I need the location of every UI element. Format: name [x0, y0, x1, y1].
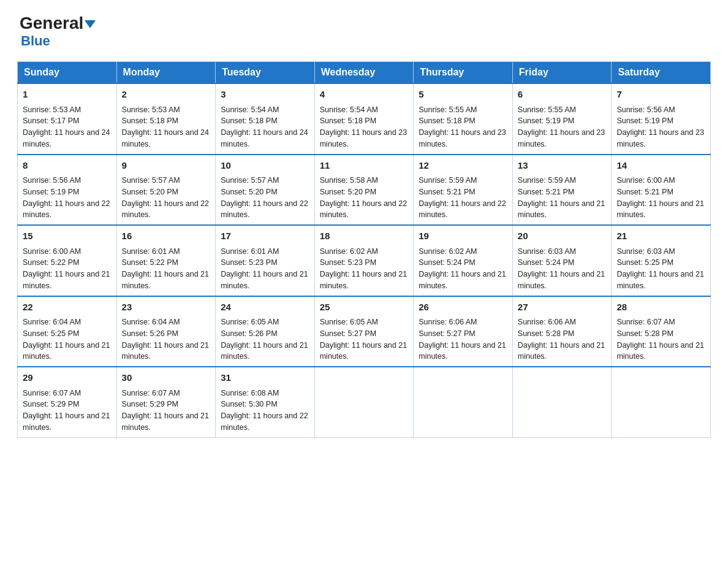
day-detail: Sunrise: 5:55 AMSunset: 5:18 PMDaylight:… — [419, 104, 507, 150]
calendar-week-row: 22Sunrise: 6:04 AMSunset: 5:25 PMDayligh… — [18, 296, 711, 367]
day-number: 19 — [419, 229, 507, 243]
calendar-cell: 19Sunrise: 6:02 AMSunset: 5:24 PMDayligh… — [414, 225, 513, 296]
day-detail: Sunrise: 5:57 AMSunset: 5:20 PMDaylight:… — [122, 175, 211, 221]
calendar-cell: 30Sunrise: 6:07 AMSunset: 5:29 PMDayligh… — [116, 367, 216, 437]
day-number: 27 — [518, 301, 607, 315]
day-detail: Sunrise: 5:58 AMSunset: 5:20 PMDaylight:… — [320, 175, 409, 221]
day-number: 29 — [23, 371, 112, 385]
calendar-cell: 3Sunrise: 5:54 AMSunset: 5:18 PMDaylight… — [216, 83, 315, 155]
col-header-tuesday: Tuesday — [216, 62, 315, 84]
day-detail: Sunrise: 5:59 AMSunset: 5:21 PMDaylight:… — [419, 175, 507, 221]
calendar-cell — [512, 367, 612, 437]
day-detail: Sunrise: 6:03 AMSunset: 5:24 PMDaylight:… — [518, 246, 607, 292]
day-detail: Sunrise: 6:04 AMSunset: 5:25 PMDaylight:… — [23, 316, 112, 362]
day-number: 26 — [419, 301, 507, 315]
calendar-cell: 24Sunrise: 6:05 AMSunset: 5:26 PMDayligh… — [216, 296, 315, 367]
calendar-week-row: 15Sunrise: 6:00 AMSunset: 5:22 PMDayligh… — [18, 225, 711, 296]
calendar-cell: 20Sunrise: 6:03 AMSunset: 5:24 PMDayligh… — [512, 225, 612, 296]
day-detail: Sunrise: 5:54 AMSunset: 5:18 PMDaylight:… — [221, 104, 309, 150]
day-detail: Sunrise: 6:00 AMSunset: 5:21 PMDaylight:… — [616, 175, 705, 221]
day-detail: Sunrise: 5:59 AMSunset: 5:21 PMDaylight:… — [518, 175, 607, 221]
day-number: 20 — [518, 229, 607, 243]
calendar-cell: 8Sunrise: 5:56 AMSunset: 5:19 PMDaylight… — [18, 155, 117, 226]
day-detail: Sunrise: 5:56 AMSunset: 5:19 PMDaylight:… — [616, 104, 705, 150]
calendar-cell — [612, 367, 711, 437]
calendar-cell: 7Sunrise: 5:56 AMSunset: 5:19 PMDaylight… — [612, 83, 711, 155]
day-number: 17 — [221, 229, 309, 243]
calendar-cell: 16Sunrise: 6:01 AMSunset: 5:22 PMDayligh… — [116, 225, 216, 296]
calendar-cell: 15Sunrise: 6:00 AMSunset: 5:22 PMDayligh… — [18, 225, 117, 296]
day-detail: Sunrise: 5:54 AMSunset: 5:18 PMDaylight:… — [320, 104, 409, 150]
logo: General Blue — [20, 15, 96, 49]
day-detail: Sunrise: 6:06 AMSunset: 5:27 PMDaylight:… — [419, 316, 507, 362]
day-detail: Sunrise: 5:56 AMSunset: 5:19 PMDaylight:… — [23, 175, 112, 221]
day-detail: Sunrise: 6:07 AMSunset: 5:28 PMDaylight:… — [616, 316, 705, 362]
day-detail: Sunrise: 6:01 AMSunset: 5:22 PMDaylight:… — [122, 246, 211, 292]
day-number: 15 — [23, 229, 112, 243]
calendar-cell: 29Sunrise: 6:07 AMSunset: 5:29 PMDayligh… — [18, 367, 117, 437]
day-detail: Sunrise: 6:07 AMSunset: 5:29 PMDaylight:… — [122, 388, 211, 434]
calendar-cell: 4Sunrise: 5:54 AMSunset: 5:18 PMDaylight… — [314, 83, 414, 155]
calendar-cell: 26Sunrise: 6:06 AMSunset: 5:27 PMDayligh… — [414, 296, 513, 367]
col-header-friday: Friday — [512, 62, 612, 84]
page-header: General Blue — [0, 0, 728, 55]
day-detail: Sunrise: 6:06 AMSunset: 5:28 PMDaylight:… — [518, 316, 607, 362]
day-number: 1 — [23, 88, 112, 102]
day-number: 23 — [122, 301, 211, 315]
calendar-cell: 28Sunrise: 6:07 AMSunset: 5:28 PMDayligh… — [612, 296, 711, 367]
calendar-week-row: 29Sunrise: 6:07 AMSunset: 5:29 PMDayligh… — [18, 367, 711, 437]
day-number: 14 — [616, 159, 705, 173]
col-header-wednesday: Wednesday — [314, 62, 414, 84]
day-number: 28 — [616, 301, 705, 315]
day-number: 24 — [221, 301, 309, 315]
calendar-cell: 9Sunrise: 5:57 AMSunset: 5:20 PMDaylight… — [116, 155, 216, 226]
calendar-cell: 13Sunrise: 5:59 AMSunset: 5:21 PMDayligh… — [512, 155, 612, 226]
calendar-cell: 6Sunrise: 5:55 AMSunset: 5:19 PMDaylight… — [512, 83, 612, 155]
day-number: 7 — [616, 88, 705, 102]
day-detail: Sunrise: 6:02 AMSunset: 5:24 PMDaylight:… — [419, 246, 507, 292]
calendar-cell: 10Sunrise: 5:57 AMSunset: 5:20 PMDayligh… — [216, 155, 315, 226]
calendar-cell: 11Sunrise: 5:58 AMSunset: 5:20 PMDayligh… — [314, 155, 414, 226]
calendar-cell: 23Sunrise: 6:04 AMSunset: 5:26 PMDayligh… — [116, 296, 216, 367]
col-header-saturday: Saturday — [612, 62, 711, 84]
col-header-sunday: Sunday — [18, 62, 117, 84]
calendar-cell: 18Sunrise: 6:02 AMSunset: 5:23 PMDayligh… — [314, 225, 414, 296]
day-detail: Sunrise: 6:03 AMSunset: 5:25 PMDaylight:… — [616, 246, 705, 292]
day-number: 13 — [518, 159, 607, 173]
calendar-cell: 14Sunrise: 6:00 AMSunset: 5:21 PMDayligh… — [612, 155, 711, 226]
day-number: 12 — [419, 159, 507, 173]
day-detail: Sunrise: 6:01 AMSunset: 5:23 PMDaylight:… — [221, 246, 309, 292]
day-number: 5 — [419, 88, 507, 102]
calendar-cell: 31Sunrise: 6:08 AMSunset: 5:30 PMDayligh… — [216, 367, 315, 437]
day-number: 2 — [122, 88, 211, 102]
day-number: 6 — [518, 88, 607, 102]
day-detail: Sunrise: 6:05 AMSunset: 5:26 PMDaylight:… — [221, 316, 309, 362]
calendar-cell: 27Sunrise: 6:06 AMSunset: 5:28 PMDayligh… — [512, 296, 612, 367]
day-detail: Sunrise: 6:00 AMSunset: 5:22 PMDaylight:… — [23, 246, 112, 292]
calendar-cell: 25Sunrise: 6:05 AMSunset: 5:27 PMDayligh… — [314, 296, 414, 367]
day-number: 25 — [320, 301, 409, 315]
day-number: 4 — [320, 88, 409, 102]
calendar-cell — [414, 367, 513, 437]
day-number: 30 — [122, 371, 211, 385]
day-number: 10 — [221, 159, 309, 173]
calendar-cell: 22Sunrise: 6:04 AMSunset: 5:25 PMDayligh… — [18, 296, 117, 367]
calendar-table: SundayMondayTuesdayWednesdayThursdayFrid… — [17, 61, 711, 438]
day-detail: Sunrise: 6:04 AMSunset: 5:26 PMDaylight:… — [122, 316, 211, 362]
day-number: 9 — [122, 159, 211, 173]
calendar-cell: 2Sunrise: 5:53 AMSunset: 5:18 PMDaylight… — [116, 83, 216, 155]
col-header-monday: Monday — [116, 62, 216, 84]
calendar-cell: 5Sunrise: 5:55 AMSunset: 5:18 PMDaylight… — [414, 83, 513, 155]
day-detail: Sunrise: 5:53 AMSunset: 5:18 PMDaylight:… — [122, 104, 211, 150]
calendar-cell: 17Sunrise: 6:01 AMSunset: 5:23 PMDayligh… — [216, 225, 315, 296]
calendar-cell: 1Sunrise: 5:53 AMSunset: 5:17 PMDaylight… — [18, 83, 117, 155]
day-number: 11 — [320, 159, 409, 173]
day-number: 21 — [616, 229, 705, 243]
calendar-cell — [314, 367, 414, 437]
day-number: 18 — [320, 229, 409, 243]
day-detail: Sunrise: 6:07 AMSunset: 5:29 PMDaylight:… — [23, 388, 112, 434]
day-number: 22 — [23, 301, 112, 315]
day-detail: Sunrise: 5:55 AMSunset: 5:19 PMDaylight:… — [518, 104, 607, 150]
day-number: 31 — [221, 371, 309, 385]
day-number: 16 — [122, 229, 211, 243]
